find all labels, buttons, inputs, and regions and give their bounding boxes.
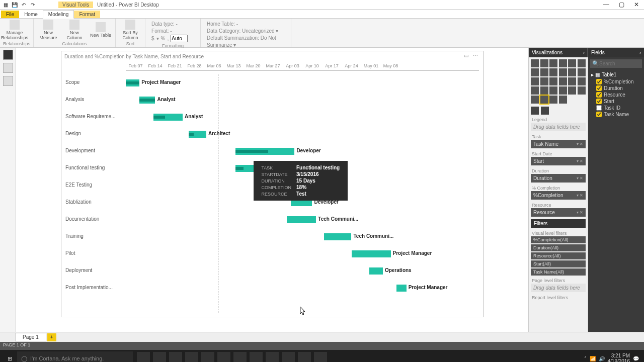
well-completion[interactable]: %Completion▾ ✕ [531,191,586,200]
field-checkbox[interactable] [596,79,602,84]
viz-type-icon[interactable] [540,96,548,104]
new-table-button[interactable]: New Table [89,20,112,41]
viz-type-icon[interactable] [549,77,557,85]
save-icon[interactable]: 💾 [11,1,18,8]
summarization-label[interactable]: Default Summarization: Do Not Summarize … [207,35,285,49]
more-options-icon[interactable]: ⋯ [473,53,480,60]
field-checkbox[interactable] [596,99,602,104]
page-tab[interactable]: Page 1 [15,333,46,341]
taskview-icon[interactable] [137,352,150,362]
fields-search-input[interactable] [599,61,639,66]
viz-type-icon[interactable] [531,59,539,67]
powerbi-icon[interactable] [282,352,295,362]
viz-type-icon[interactable] [559,68,567,76]
gantt-bar[interactable] [324,233,352,240]
filter-resource[interactable]: Resource(All) [531,252,586,259]
gantt-bar[interactable] [396,285,407,292]
viz-type-icon[interactable] [568,68,576,76]
viz-type-icon[interactable] [549,96,557,104]
hometable-label[interactable]: Home Table: - [207,21,285,28]
fields-search[interactable]: 🔍 [590,59,642,68]
viz-type-icon[interactable] [559,96,567,104]
decimals-input[interactable] [171,35,188,42]
gantt-bar[interactable] [287,216,316,223]
viz-type-icon[interactable] [568,77,576,85]
notifications-icon[interactable]: 💬 [633,356,639,361]
gantt-bar[interactable] [352,250,391,257]
fields-panel-header[interactable]: Fields› [588,48,644,57]
page-filters-well[interactable]: Drag data fields here [531,284,586,292]
redo-icon[interactable]: ↷ [29,1,36,8]
chevron-right-icon[interactable]: › [583,50,585,55]
gantt-bar[interactable] [126,79,139,86]
word-icon[interactable] [201,352,214,362]
tab-file[interactable]: File [1,11,19,18]
field-resource[interactable]: Resource [591,92,641,98]
minimize-button[interactable]: — [599,0,614,10]
fields-mode-icon[interactable] [531,107,539,115]
start-button[interactable]: ⊞ [2,351,17,362]
field-taskname[interactable]: Task Name [591,111,641,118]
viz-panel-header[interactable]: Visualizations› [529,48,588,57]
well-start[interactable]: Start▾ ✕ [531,157,586,165]
filter-duration[interactable]: Duration(All) [531,244,586,251]
viz-type-icon[interactable] [549,68,557,76]
viz-type-icon[interactable] [578,86,586,95]
well-duration[interactable]: Duration▾ ✕ [531,174,586,183]
skype-icon[interactable] [266,352,279,362]
gantt-bar[interactable] [189,131,206,138]
gantt-bar[interactable] [139,97,155,104]
viz-type-icon[interactable] [549,59,557,67]
mail-icon[interactable] [250,352,263,362]
viz-type-icon[interactable] [578,68,586,76]
data-view-icon[interactable] [3,63,13,73]
viz-type-icon[interactable] [568,86,576,95]
datacat-label[interactable]: Data Category: Uncategorized ▾ [207,28,285,35]
tab-home[interactable]: Home [19,11,43,18]
viz-type-icon[interactable] [531,86,539,95]
maximize-button[interactable]: ▢ [614,0,629,10]
field-duration[interactable]: Duration [591,85,641,92]
gantt-bar[interactable] [153,114,183,121]
edge-icon[interactable] [153,352,166,362]
filter-taskname[interactable]: Task Name(All) [531,268,586,276]
field-checkbox[interactable] [596,112,602,117]
viz-type-icon[interactable] [559,59,567,67]
tray-chevron-icon[interactable]: ˄ [584,356,587,361]
app-icon[interactable] [314,352,327,362]
tab-modeling[interactable]: Modeling [43,10,74,19]
volume-icon[interactable]: 🔊 [599,356,605,361]
chrome-icon[interactable] [217,352,230,362]
tab-format[interactable]: Format [74,11,100,18]
viz-type-icon[interactable] [549,86,557,95]
new-column-button[interactable]: New Column [63,20,86,41]
format-label[interactable]: Format: - [151,28,194,35]
viz-type-icon[interactable] [531,96,539,104]
cortana-search[interactable]: ◯I'm Cortana. Ask me anything. [17,351,133,362]
network-icon[interactable]: 📶 [590,356,596,361]
field-checkbox[interactable] [596,105,602,111]
field-taskid[interactable]: Task ID [591,105,641,111]
add-page-button[interactable]: + [47,333,56,341]
report-view-icon[interactable] [3,50,13,60]
focus-mode-icon[interactable]: ▭ [464,53,471,60]
sort-by-column-button[interactable]: Sort By Column [119,20,142,41]
datatype-label[interactable]: Data type: - [151,21,194,28]
report-canvas[interactable]: Duration and %Completion by Task Name, S… [16,48,528,332]
clock[interactable]: 3:21 PM4/19/2016 [608,353,630,362]
viz-type-icon[interactable] [559,86,567,95]
filter-start[interactable]: Start(All) [531,260,586,267]
well-legend[interactable]: Drag data fields here [531,123,586,131]
chevron-right-icon[interactable]: › [639,50,641,55]
field-checkbox[interactable] [596,92,602,98]
outlook-icon[interactable] [233,352,247,362]
new-measure-button[interactable]: New Measure [37,20,60,41]
viz-type-icon[interactable] [540,77,548,85]
gantt-visual[interactable]: Duration and %Completion by Task Name, S… [61,51,484,317]
viz-type-icon[interactable] [578,77,586,85]
model-view-icon[interactable] [3,76,13,86]
viz-type-icon[interactable] [531,68,539,76]
viz-type-icon[interactable] [531,77,539,85]
filter-completion[interactable]: %Completion(All) [531,236,586,243]
format-mode-icon[interactable] [541,107,549,115]
